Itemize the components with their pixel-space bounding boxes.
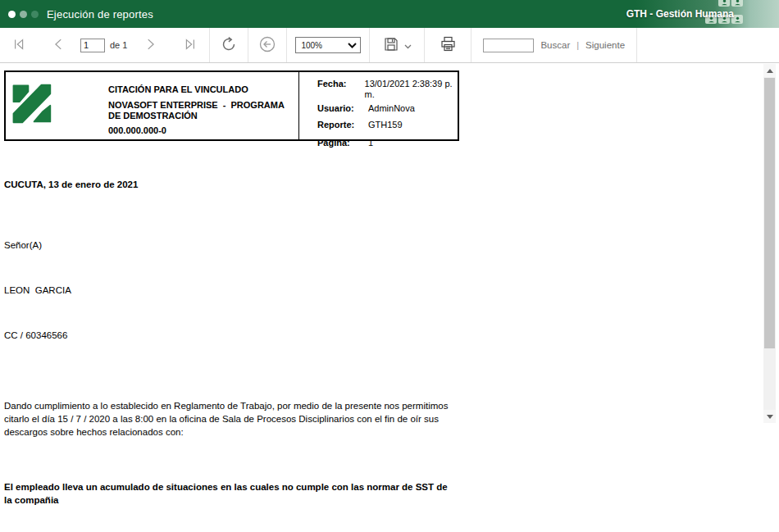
city-date-line: CUCUTA, 13 de enero de 2021: [4, 178, 454, 191]
scrollbar-thumb[interactable]: [764, 78, 775, 348]
window-dots: [8, 11, 39, 18]
company-nit: 000.000.000-0: [108, 125, 295, 136]
page-count-label: de 1: [110, 40, 127, 50]
search-input[interactable]: [483, 39, 534, 52]
meta-row-fecha: Fecha: 13/01/2021 2:38:39 p. m.: [317, 79, 458, 100]
scroll-down-button[interactable]: [763, 410, 776, 423]
previous-page-button[interactable]: [39, 28, 79, 62]
first-page-button[interactable]: [0, 28, 39, 62]
last-page-icon: [182, 37, 197, 54]
triangle-down-icon: [767, 415, 773, 419]
employee-id-line: CC / 60346566: [4, 329, 454, 342]
module-banner: GTH - Gestión Humana: [636, 0, 779, 28]
module-name: GTH - Gestión Humana: [626, 8, 734, 20]
report-toolbar: de 1: [0, 28, 779, 63]
meta-row-reporte: Reporte: GTH159: [317, 120, 458, 130]
refresh-button[interactable]: [210, 28, 248, 62]
novasoft-logo-icon: [10, 80, 52, 127]
find-button[interactable]: Buscar: [540, 40, 570, 50]
print-button[interactable]: [425, 28, 471, 62]
report-metadata: Fecha: 13/01/2021 2:38:39 p. m. Usuario:…: [299, 72, 458, 139]
last-page-button[interactable]: [170, 28, 209, 62]
triangle-up-icon: [767, 69, 773, 73]
save-icon: [383, 36, 399, 55]
letter-body: CUCUTA, 13 de enero de 2021 Señor(A) LEO…: [4, 141, 454, 532]
vertical-scrollbar[interactable]: [763, 64, 776, 423]
salutation-line: Señor(A): [4, 239, 454, 252]
employee-name-line: LEON GARCIA: [4, 284, 454, 297]
printer-icon: [440, 35, 457, 55]
window-dot-icon: [20, 11, 27, 18]
export-button[interactable]: [370, 28, 424, 62]
meta-row-usuario: Usuario: AdminNova: [317, 103, 458, 114]
paragraph-summons: Dando cumplimiento a lo establecido en R…: [4, 399, 454, 439]
back-to-parent-button[interactable]: [248, 28, 286, 62]
meta-row-pagina: Página: 1: [317, 138, 458, 148]
person-icon: [718, 0, 730, 7]
report-viewer: CITACIÓN PARA EL VINCULADO NOVASOFT ENTE…: [0, 63, 779, 532]
paragraph-reason: El empleado lleva un acumulado de situac…: [4, 480, 454, 507]
title-bar: Ejecución de reportes GTH - Gestión Huma…: [0, 0, 779, 28]
chevron-left-icon: [52, 37, 66, 54]
find-group: Buscar | Siguiente: [472, 39, 636, 52]
chevron-down-icon: [348, 41, 357, 50]
toolbar-separator: [636, 28, 637, 62]
first-page-icon: [12, 37, 27, 54]
find-separator: |: [576, 40, 579, 50]
next-page-button[interactable]: [130, 28, 170, 62]
chevron-right-icon: [143, 37, 157, 54]
scroll-up-button[interactable]: [763, 64, 776, 77]
page-navigation: de 1: [0, 28, 209, 62]
back-arrow-icon: [258, 35, 276, 56]
find-next-button[interactable]: Siguiente: [585, 40, 625, 50]
report-page: CITACIÓN PARA EL VINCULADO NOVASOFT ENTE…: [4, 70, 459, 532]
window-dot-icon: [8, 11, 16, 18]
person-icon: [731, 0, 743, 7]
page-number-input[interactable]: [80, 39, 105, 52]
chevron-down-icon: [404, 39, 412, 52]
zoom-value: 100%: [301, 41, 322, 50]
company-name: NOVASOFT ENTERPRISE - PROGRAMA DE DEMOST…: [108, 100, 295, 121]
window-dot-icon: [31, 11, 39, 18]
refresh-icon: [220, 35, 238, 56]
report-title: CITACIÓN PARA EL VINCULADO: [108, 84, 295, 95]
zoom-dropdown[interactable]: 100%: [295, 37, 361, 53]
report-header-box: CITACIÓN PARA EL VINCULADO NOVASOFT ENTE…: [4, 70, 459, 141]
page-title: Ejecución de reportes: [47, 8, 153, 20]
